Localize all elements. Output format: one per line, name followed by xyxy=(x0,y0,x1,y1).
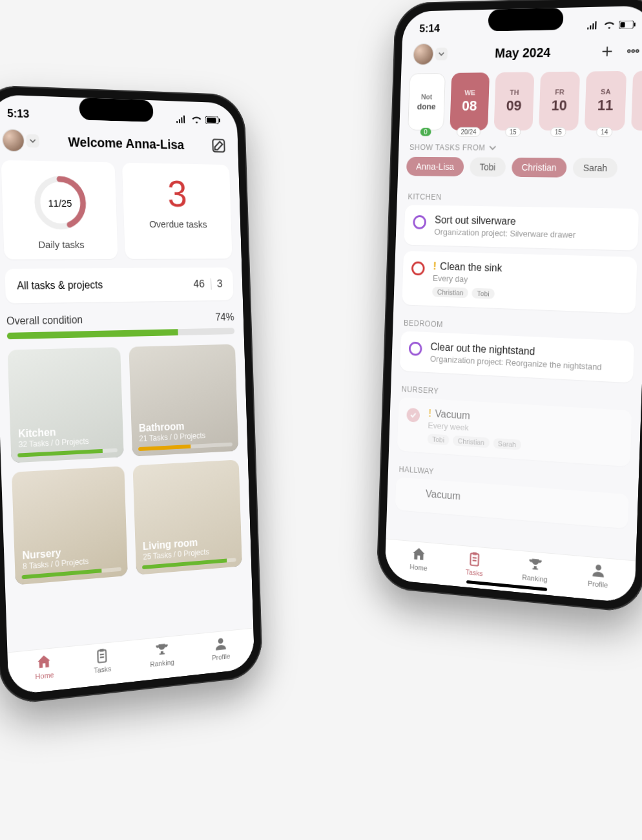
count-divider xyxy=(211,278,211,290)
room-card-kitchen[interactable]: Kitchen 32 Tasks / 0 Projects xyxy=(8,347,124,463)
svg-point-13 xyxy=(632,50,634,52)
overall-pct: 74% xyxy=(215,311,234,323)
task-title: Vacuum xyxy=(426,488,620,514)
tab-home[interactable]: Home xyxy=(409,545,428,572)
not-done-pill[interactable]: Not done 0 xyxy=(408,73,446,131)
overall-label: Overall condition xyxy=(6,314,83,328)
overdue-card[interactable]: 3 Overdue tasks xyxy=(122,163,233,259)
day-cell[interactable]: TH 09 15 xyxy=(494,72,535,130)
task-checkbox[interactable] xyxy=(413,215,426,229)
show-from-label: SHOW TASKS FROM xyxy=(409,143,486,152)
notdone-label1: Not xyxy=(421,92,432,100)
phone-tasks: 5:14 May 2024 Not done xyxy=(376,0,642,614)
more-icon[interactable] xyxy=(626,44,641,59)
clipboard-icon xyxy=(466,550,483,568)
svg-rect-16 xyxy=(473,552,477,555)
svg-rect-7 xyxy=(100,649,104,652)
clipboard-icon xyxy=(94,647,110,666)
priority-icon: ! xyxy=(433,260,437,272)
overdue-count: 3 xyxy=(167,175,188,213)
person-chip[interactable]: Tobi xyxy=(470,157,506,176)
tab-profile[interactable]: Profile xyxy=(211,635,231,662)
check-icon xyxy=(409,411,417,419)
daily-label: Daily tasks xyxy=(38,239,85,250)
avatar-dropdown[interactable] xyxy=(413,44,448,65)
show-from-toggle[interactable]: SHOW TASKS FROM xyxy=(399,138,642,158)
task-row[interactable]: ! Clean the sink Every day Christian Tob… xyxy=(402,251,637,313)
assignee-tag: Tobi xyxy=(472,288,495,299)
daily-tasks-card[interactable]: 11/25 Daily tasks xyxy=(1,160,118,260)
status-icons xyxy=(176,115,221,124)
tab-tasks[interactable]: Tasks xyxy=(93,647,111,675)
tab-ranking[interactable]: Ranking xyxy=(149,640,174,668)
profile-icon xyxy=(590,561,607,580)
month-title[interactable]: May 2024 xyxy=(495,45,551,60)
home-screen: 5:13 Welcome Anna-Lisa xyxy=(0,94,254,695)
day-cell[interactable]: SA 11 14 xyxy=(585,71,626,131)
day-name: WE xyxy=(464,89,475,96)
overdue-label: Overdue tasks xyxy=(149,218,207,229)
svg-rect-2 xyxy=(219,118,220,122)
avatar xyxy=(3,129,24,151)
svg-rect-6 xyxy=(98,650,107,663)
day-badge: 20/24 xyxy=(457,127,481,137)
status-time: 5:13 xyxy=(7,107,30,121)
assignee-tag: Sarah xyxy=(493,438,521,450)
day-cell[interactable]: SU 12 18 xyxy=(631,70,642,131)
tab-label: Ranking xyxy=(522,573,548,583)
all-tasks-counts: 46 3 xyxy=(193,278,223,291)
tab-label: Profile xyxy=(588,580,608,589)
plus-icon[interactable] xyxy=(600,44,615,59)
tab-label: Home xyxy=(35,671,54,680)
room-card-living[interactable]: Living room 25 Tasks / 0 Projects xyxy=(132,459,242,574)
avatar-dropdown[interactable] xyxy=(3,129,39,151)
task-checkbox-done[interactable] xyxy=(406,408,420,423)
tab-home[interactable]: Home xyxy=(34,653,54,681)
assignee-tags: Tobi Christian Sarah xyxy=(428,434,622,457)
day-badge: 14 xyxy=(596,127,613,137)
person-chip[interactable]: Anna-Lisa xyxy=(406,157,464,176)
person-chip[interactable]: Christian xyxy=(512,158,567,178)
task-checkbox[interactable] xyxy=(411,261,425,275)
room-name: Nursery xyxy=(22,545,88,562)
tab-label: Ranking xyxy=(150,658,174,668)
avatar xyxy=(413,44,433,65)
room-card-nursery[interactable]: Nursery 8 Tasks / 0 Projects xyxy=(12,466,128,585)
task-row[interactable]: Sort out silverware Organization project… xyxy=(404,205,639,251)
tab-label: Tasks xyxy=(466,568,483,577)
daily-gauge: 11/25 xyxy=(30,173,89,233)
day-num: 08 xyxy=(462,98,477,114)
day-strip[interactable]: Not done 0 WE 08 20/24 TH 09 15 FR 10 15… xyxy=(399,68,642,138)
day-num: 11 xyxy=(597,97,613,114)
all-tasks-row[interactable]: All tasks & projects 46 3 xyxy=(5,268,233,304)
status-icons xyxy=(586,21,636,30)
svg-point-14 xyxy=(636,50,639,52)
day-cell[interactable]: FR 10 15 xyxy=(539,72,580,131)
all-tasks-count: 46 xyxy=(193,278,205,291)
chevron-down-icon xyxy=(26,134,39,148)
tab-ranking[interactable]: Ranking xyxy=(522,555,548,583)
notdone-badge: 0 xyxy=(420,128,431,136)
person-chip[interactable]: Sarah xyxy=(573,158,618,178)
all-projects-count: 3 xyxy=(217,278,223,291)
assignee-tag: Christian xyxy=(453,436,490,448)
chevron-down-icon xyxy=(435,48,448,61)
assignee-tag: Christian xyxy=(432,287,468,299)
svg-rect-10 xyxy=(620,22,625,27)
dynamic-island xyxy=(79,98,154,122)
svg-point-4 xyxy=(36,179,83,227)
tab-profile[interactable]: Profile xyxy=(588,561,609,589)
tab-tasks[interactable]: Tasks xyxy=(466,550,484,577)
tasks-header: May 2024 xyxy=(401,36,642,71)
room-sub: 8 Tasks / 0 Projects xyxy=(23,557,89,571)
task-checkbox[interactable] xyxy=(409,341,422,355)
assignee-tags: Christian Tobi xyxy=(432,287,626,304)
task-title-text: Clean the sink xyxy=(440,261,502,275)
task-title-text: Vacuum xyxy=(435,408,470,422)
svg-point-17 xyxy=(595,565,601,571)
day-cell[interactable]: WE 08 20/24 xyxy=(450,72,490,131)
room-card-bathroom[interactable]: Bathroom 21 Tasks / 0 Projects xyxy=(129,344,238,457)
home-icon xyxy=(36,653,53,671)
compose-icon[interactable] xyxy=(211,137,226,154)
svg-rect-15 xyxy=(470,553,479,565)
